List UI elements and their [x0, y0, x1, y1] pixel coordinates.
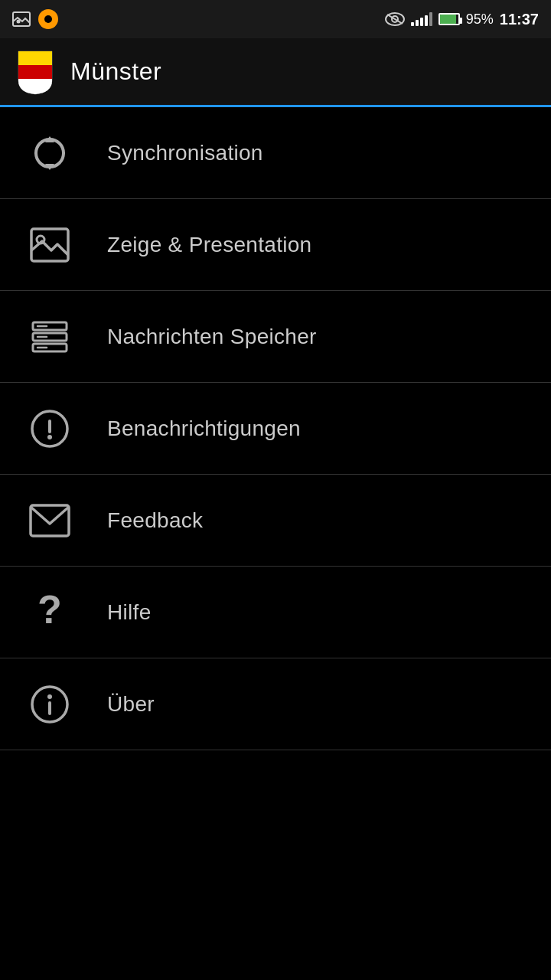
- menu-label-feedback: Feedback: [107, 508, 203, 533]
- app-logo: [15, 48, 55, 96]
- app-title: Münster: [70, 57, 161, 86]
- status-left-icons: [12, 9, 58, 29]
- battery-icon: [439, 13, 460, 25]
- svg-point-20: [47, 435, 52, 439]
- menu-item-zeige-presentation[interactable]: Zeige & Presentation: [0, 199, 551, 291]
- svg-text:?: ?: [37, 593, 62, 632]
- menu-list: Synchronisation Zeige & Presentation: [0, 107, 551, 750]
- image-icon: [23, 227, 77, 263]
- svg-rect-5: [18, 51, 52, 65]
- sync-icon: [23, 133, 77, 173]
- menu-item-benachrichtigungen[interactable]: Benachrichtigungen: [0, 383, 551, 475]
- status-bar: 95% 11:37: [0, 0, 551, 38]
- alert-circle-icon: [23, 409, 77, 449]
- menu-label-synchronisation: Synchronisation: [107, 141, 263, 165]
- menu-item-nachrichten-speicher[interactable]: Nachrichten Speicher: [0, 291, 551, 383]
- photo-icon: [12, 11, 31, 27]
- battery-percent: 95%: [466, 11, 494, 28]
- menu-item-hilfe[interactable]: ? Hilfe: [0, 567, 551, 658]
- menu-label-zeige: Zeige & Presentation: [107, 233, 312, 257]
- signal-icon: [411, 12, 432, 26]
- menu-label-nachrichten: Nachrichten Speicher: [107, 325, 317, 349]
- svg-point-24: [47, 694, 52, 699]
- help-icon: ?: [23, 593, 77, 632]
- menu-item-feedback[interactable]: Feedback: [0, 475, 551, 567]
- menu-label-hilfe: Hilfe: [107, 600, 152, 625]
- app-header: Münster: [0, 38, 551, 107]
- svg-rect-21: [31, 505, 69, 536]
- email-icon: [23, 504, 77, 537]
- eye-icon: [385, 12, 405, 26]
- status-time: 11:37: [500, 11, 539, 28]
- storage-icon: [23, 318, 77, 356]
- menu-item-synchronisation[interactable]: Synchronisation: [0, 107, 551, 199]
- menu-item-ueber[interactable]: Über: [0, 658, 551, 750]
- menu-label-ueber: Über: [107, 692, 155, 717]
- menu-label-benachrichtigungen: Benachrichtigungen: [107, 416, 301, 441]
- status-right-icons: 95% 11:37: [385, 11, 539, 28]
- svg-rect-7: [18, 79, 52, 96]
- svg-rect-6: [18, 65, 52, 79]
- notification-dot: [38, 9, 58, 29]
- info-icon: [23, 684, 77, 724]
